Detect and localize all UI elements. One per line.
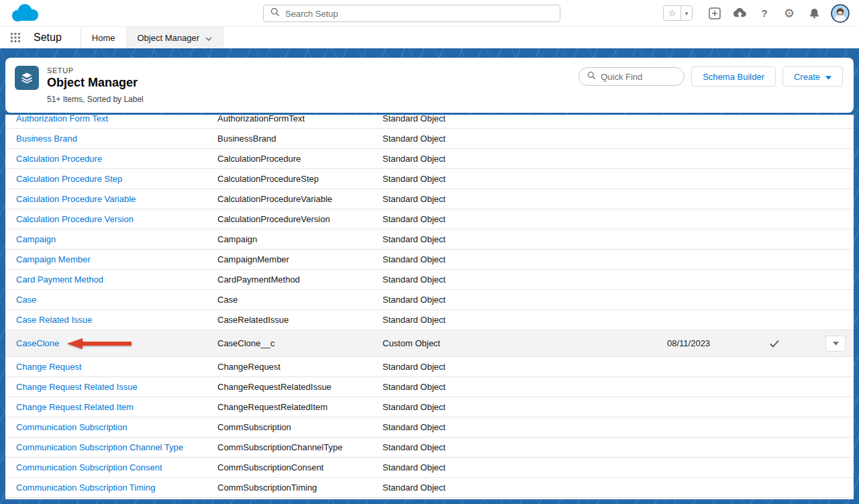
- object-label-link[interactable]: Campaign: [16, 234, 56, 244]
- object-label-link[interactable]: Case Related Issue: [16, 315, 92, 325]
- object-table: Authorization Form Text AuthorizationFor…: [5, 115, 854, 499]
- chevron-down-icon: [205, 33, 212, 43]
- object-type: Standard Object: [383, 234, 667, 244]
- table-row: Communication Subscription Consent CommS…: [5, 458, 854, 478]
- row-menu-button[interactable]: [825, 336, 846, 352]
- global-actions-plus-icon[interactable]: [707, 5, 723, 21]
- object-api-name: AuthorizationFormText: [217, 115, 383, 123]
- object-label-cell: Change Request Related Item: [16, 402, 217, 412]
- object-label-link[interactable]: Authorization Form Text: [16, 115, 108, 123]
- object-label-link[interactable]: Communication Subscription Timing: [16, 483, 155, 493]
- object-label-cell: Communication Subscription Timing: [16, 483, 217, 493]
- object-type: Standard Object: [383, 382, 667, 392]
- object-label-cell: Campaign: [16, 234, 217, 244]
- object-label-link[interactable]: Business Brand: [16, 134, 77, 144]
- object-type: Standard Object: [383, 194, 667, 204]
- object-api-name: CaseClone__c: [217, 338, 383, 348]
- object-label-link[interactable]: Campaign Member: [16, 254, 91, 264]
- object-api-name: CalculationProcedureVariable: [217, 194, 383, 204]
- tab-object-manager[interactable]: Object Manager: [126, 27, 224, 48]
- object-label-cell: Case Related Issue: [16, 315, 217, 325]
- global-search: [263, 5, 560, 22]
- schema-builder-button[interactable]: Schema Builder: [691, 66, 776, 87]
- table-row: Change Request Related Issue ChangeReque…: [5, 377, 854, 397]
- object-api-name: CalculationProcedureVersion: [217, 214, 383, 224]
- app-launcher-icon[interactable]: [0, 27, 31, 48]
- header-actions: ☆ ▾ ? ⚙: [663, 4, 850, 23]
- favorites-dropdown-icon[interactable]: ▾: [680, 6, 692, 20]
- object-label-link[interactable]: Communication Subscription Channel Type: [16, 442, 183, 452]
- object-label-cell: Calculation Procedure Variable: [16, 194, 217, 204]
- chevron-down-icon: [825, 72, 831, 82]
- object-label-cell: Calculation Procedure Version: [16, 214, 217, 224]
- object-label-cell: Authorization Form Text: [16, 115, 217, 123]
- favorites-control: ☆ ▾: [663, 5, 693, 21]
- object-type: Standard Object: [383, 362, 667, 372]
- object-type: Standard Object: [383, 214, 667, 224]
- help-icon[interactable]: ?: [756, 5, 772, 21]
- object-label-link[interactable]: Change Request: [16, 362, 82, 372]
- guidance-center-icon[interactable]: [731, 5, 748, 21]
- object-label-cell: CaseClone: [16, 338, 217, 350]
- search-icon: [587, 70, 596, 83]
- object-label-link[interactable]: Calculation Procedure: [16, 154, 102, 164]
- table-row: Authorization Form Text AuthorizationFor…: [5, 115, 854, 129]
- object-label-link[interactable]: Calculation Procedure Version: [16, 214, 134, 224]
- quick-find: [578, 67, 685, 86]
- object-api-name: Campaign: [217, 234, 383, 244]
- create-button[interactable]: Create: [782, 66, 843, 87]
- page-title: Object Manager: [47, 76, 138, 90]
- tab-object-manager-label: Object Manager: [138, 33, 200, 43]
- annotation-arrow: [66, 338, 133, 350]
- object-label-link[interactable]: Change Request Related Issue: [16, 382, 138, 392]
- object-type: Standard Object: [383, 462, 667, 472]
- table-row: Communication Subscription CommSubscript…: [5, 417, 854, 438]
- object-label-link[interactable]: Communication Subscription: [16, 422, 127, 432]
- object-type: Standard Object: [383, 315, 667, 325]
- object-api-name: ChangeRequestRelatedIssue: [217, 382, 383, 392]
- object-api-name: CalculationProcedure: [217, 154, 383, 164]
- object-api-name: CaseRelatedIssue: [217, 315, 383, 325]
- object-label-cell: Business Brand: [16, 134, 217, 144]
- table-row: Change Request Related Item ChangeReques…: [5, 397, 854, 417]
- table-row: Calculation Procedure CalculationProcedu…: [5, 149, 854, 169]
- object-api-name: CardPaymentMethod: [217, 274, 383, 285]
- object-label-cell: Change Request Related Issue: [16, 382, 217, 392]
- table-row: Case Case Standard Object: [5, 290, 854, 310]
- object-label-link[interactable]: Calculation Procedure Step: [16, 174, 122, 184]
- page-header-controls: Schema Builder Create: [578, 66, 843, 87]
- search-icon: [270, 7, 280, 19]
- quick-find-input[interactable]: [601, 72, 676, 82]
- object-api-name: CommSubscription: [217, 422, 383, 432]
- object-label-link[interactable]: Calculation Procedure Variable: [16, 194, 136, 204]
- object-api-name: Case: [217, 295, 383, 305]
- table-row: Calculation Procedure Version Calculatio…: [5, 209, 854, 230]
- object-last-modified: 08/11/2023: [667, 338, 754, 348]
- object-label-link[interactable]: Communication Subscription Consent: [16, 462, 162, 472]
- table-row: CaseClone CaseClone__c Custom Object 08/…: [5, 330, 854, 357]
- user-avatar[interactable]: [831, 4, 850, 23]
- favorites-star-icon[interactable]: ☆: [664, 6, 680, 20]
- page-header-card: SETUP Object Manager 51+ Items, Sorted b…: [5, 58, 854, 113]
- table-row: Business Brand BusinessBrand Standard Ob…: [5, 129, 854, 149]
- object-api-name: CommSubscriptionTiming: [217, 483, 383, 493]
- object-label-link[interactable]: CaseClone: [16, 338, 59, 348]
- object-api-name: CommSubscriptionChannelType: [217, 442, 383, 452]
- search-setup-input[interactable]: [285, 9, 553, 19]
- tab-home-label: Home: [92, 33, 115, 43]
- notifications-bell-icon[interactable]: [806, 5, 822, 21]
- table-row: Campaign Member CampaignMember Standard …: [5, 250, 854, 270]
- page-eyebrow: SETUP: [47, 66, 138, 74]
- object-label-link[interactable]: Case: [16, 295, 36, 305]
- table-row: Calculation Procedure Variable Calculati…: [5, 189, 854, 209]
- object-label-link[interactable]: Card Payment Method: [16, 274, 103, 285]
- app-name: Setup: [31, 27, 81, 48]
- object-label-cell: Card Payment Method: [16, 274, 217, 285]
- object-manager-icon: [15, 66, 39, 90]
- object-api-name: CommSubscriptionConsent: [217, 462, 383, 472]
- setup-gear-icon[interactable]: ⚙: [781, 5, 797, 21]
- object-label-link[interactable]: Change Request Related Item: [16, 402, 134, 412]
- tab-home[interactable]: Home: [81, 27, 126, 48]
- object-type: Standard Object: [383, 274, 667, 285]
- object-type: Standard Object: [383, 174, 667, 184]
